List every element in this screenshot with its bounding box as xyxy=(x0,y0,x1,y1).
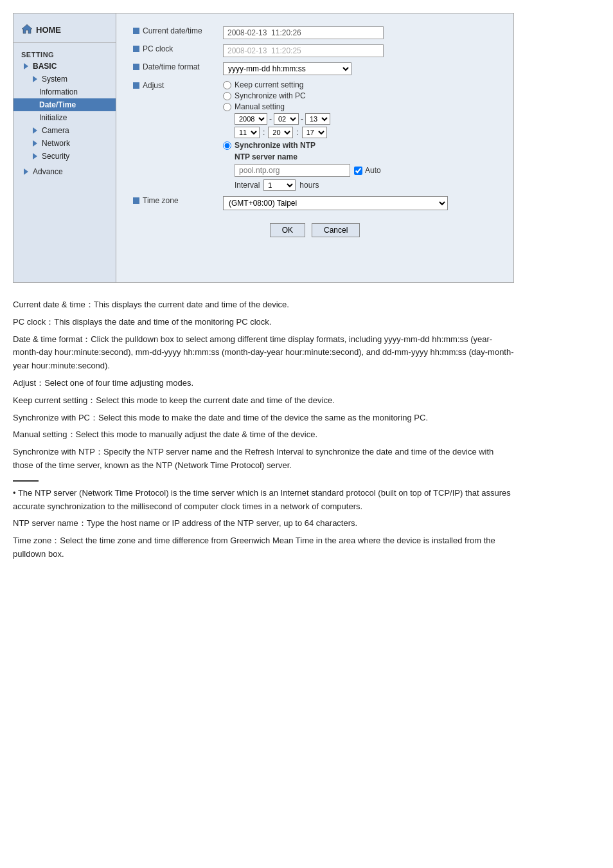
datetime-label: Date/Time xyxy=(39,100,76,109)
interval-unit: hours xyxy=(299,181,319,190)
time-zone-select[interactable]: (GMT+08:00) Taipei (GMT+00:00) UTC (GMT-… xyxy=(223,196,448,210)
sidebar-item-security[interactable]: Security xyxy=(13,150,116,163)
ntp-input-row: Auto xyxy=(235,164,497,177)
sidebar-item-advance[interactable]: Advance xyxy=(13,165,116,178)
sidebar-item-datetime[interactable]: Date/Time xyxy=(13,98,116,111)
network-label: Network xyxy=(42,139,70,148)
sidebar: HOME SETTING BASIC System Information Da… xyxy=(13,14,116,282)
current-datetime-row: Current date/time xyxy=(129,24,501,42)
datetime-format-row: Date/time format yyyy-mm-dd hh:mm:ss mm-… xyxy=(129,60,501,78)
ntp-auto-label[interactable]: Auto xyxy=(354,166,381,175)
sidebar-item-network[interactable]: Network xyxy=(13,137,116,150)
ntp-auto-checkbox[interactable] xyxy=(354,167,362,175)
sidebar-home[interactable]: HOME xyxy=(13,20,116,43)
arrow-icon-network xyxy=(33,140,37,147)
ntp-server-label: NTP server name xyxy=(235,152,497,161)
note-1: NTP server name：Type the host name or IP… xyxy=(13,517,514,530)
desc-2: Date & time format：Click the pulldown bo… xyxy=(13,333,514,373)
desc-4: Keep current setting：Select this mode to… xyxy=(13,394,514,408)
note-2: Time zone：Select the time zone and time … xyxy=(13,534,514,561)
arrow-icon-system xyxy=(33,76,37,82)
year-select[interactable]: 20082006200720092010 xyxy=(235,113,267,125)
arrow-icon-basic xyxy=(24,63,28,69)
radio-sync-pc-label: Synchronize with PC xyxy=(235,91,306,100)
time-sep2: : xyxy=(296,128,298,137)
day-select[interactable]: 1301020304050607080910111214 xyxy=(305,113,330,125)
adjust-row: Adjust Keep current setting Synchronize xyxy=(129,78,501,194)
radio-keep-input[interactable] xyxy=(223,81,231,89)
arrow-icon-advance xyxy=(24,168,28,175)
desc-1: PC clock：This displays the date and time… xyxy=(13,316,514,329)
pc-clock-input xyxy=(223,44,384,57)
datetime-format-icon xyxy=(133,64,139,70)
camera-label: Camera xyxy=(42,126,69,135)
interval-label: Interval xyxy=(235,181,260,190)
cancel-button[interactable]: Cancel xyxy=(312,223,360,237)
desc-7: Synchronize with NTP：Specify the NTP ser… xyxy=(13,446,514,473)
month-select[interactable]: 020103040506070809101112 xyxy=(274,113,299,125)
pc-clock-value xyxy=(219,42,501,60)
min-select[interactable]: 2000051015253035 xyxy=(268,127,293,138)
advance-label: Advance xyxy=(33,167,63,176)
pc-clock-row: PC clock xyxy=(129,42,501,60)
datetime-format-value[interactable]: yyyy-mm-dd hh:mm:ss mm-dd-yyyy hh:mm:ss … xyxy=(219,60,501,78)
time-zone-value[interactable]: (GMT+08:00) Taipei (GMT+00:00) UTC (GMT-… xyxy=(219,194,501,213)
time-zone-label: Time zone xyxy=(129,194,219,213)
current-datetime-label: Current date/time xyxy=(129,24,219,42)
desc-6: Manual setting：Select this mode to manua… xyxy=(13,428,514,442)
sidebar-item-camera[interactable]: Camera xyxy=(13,124,116,137)
sidebar-item-initialize[interactable]: Initialize xyxy=(13,111,116,124)
adjust-icon xyxy=(133,82,139,89)
radio-sync-pc-input[interactable] xyxy=(223,92,231,100)
svg-marker-0 xyxy=(22,24,32,33)
radio-manual-input[interactable] xyxy=(223,103,231,111)
radio-sync-pc[interactable]: Synchronize with PC xyxy=(223,91,497,100)
content-area: Current date/time PC clock xyxy=(116,14,513,282)
security-label: Security xyxy=(42,152,69,161)
date-row: 20082006200720092010 - 02010304050607080… xyxy=(235,113,497,125)
ntp-server-input[interactable] xyxy=(235,164,350,177)
time-zone-icon xyxy=(133,197,139,204)
interval-select[interactable]: 12361224 xyxy=(263,179,296,191)
radio-keep[interactable]: Keep current setting xyxy=(223,80,497,89)
pc-clock-label: PC clock xyxy=(129,42,219,60)
desc-5: Synchronize with PC：Select this mode to … xyxy=(13,411,514,425)
ok-button[interactable]: OK xyxy=(270,223,305,237)
current-datetime-input xyxy=(223,26,384,39)
button-row: OK Cancel xyxy=(129,223,501,237)
datetime-format-label: Date/time format xyxy=(129,60,219,78)
desc-3: Adjust：Select one of four time adjusting… xyxy=(13,377,514,390)
adjust-label: Adjust xyxy=(129,78,219,194)
current-datetime-value xyxy=(219,24,501,42)
arrow-icon-security xyxy=(33,153,37,159)
sec-select[interactable]: 170001020304050607080910 xyxy=(302,127,327,138)
pc-clock-icon xyxy=(133,46,139,52)
datetime-format-select[interactable]: yyyy-mm-dd hh:mm:ss mm-dd-yyyy hh:mm:ss … xyxy=(223,62,351,75)
arrow-icon-camera xyxy=(33,127,37,134)
system-label: System xyxy=(42,75,67,84)
date-sep2: - xyxy=(301,114,303,123)
radio-manual-label: Manual setting xyxy=(235,102,285,111)
sidebar-item-system[interactable]: System xyxy=(13,73,116,86)
radio-manual[interactable]: Manual setting xyxy=(223,102,497,111)
adjust-options: Keep current setting Synchronize with PC… xyxy=(219,78,501,194)
time-row: 11000102030405060708091012 : 20000510152… xyxy=(235,127,497,138)
sidebar-item-basic[interactable]: BASIC xyxy=(13,60,116,73)
current-datetime-icon xyxy=(133,28,139,34)
basic-label: BASIC xyxy=(33,62,57,71)
radio-sync-ntp-input[interactable] xyxy=(223,141,231,150)
radio-sync-ntp[interactable]: Synchronize with NTP xyxy=(223,141,497,150)
divider xyxy=(13,480,39,482)
note-0: • The NTP server (Network Time Protocol)… xyxy=(13,487,514,514)
initialize-label: Initialize xyxy=(39,113,67,122)
home-icon xyxy=(21,24,33,36)
information-label: Information xyxy=(39,87,78,96)
hour-select[interactable]: 11000102030405060708091012 xyxy=(235,127,260,138)
sidebar-item-information[interactable]: Information xyxy=(13,86,116,98)
radio-keep-label: Keep current setting xyxy=(235,80,303,89)
home-label: HOME xyxy=(36,25,61,35)
description-section: Current date & time：This displays the cu… xyxy=(13,298,514,561)
interval-row: Interval 12361224 hours xyxy=(235,179,497,191)
desc-0: Current date & time：This displays the cu… xyxy=(13,298,514,312)
radio-sync-ntp-label: Synchronize with NTP xyxy=(235,141,315,150)
